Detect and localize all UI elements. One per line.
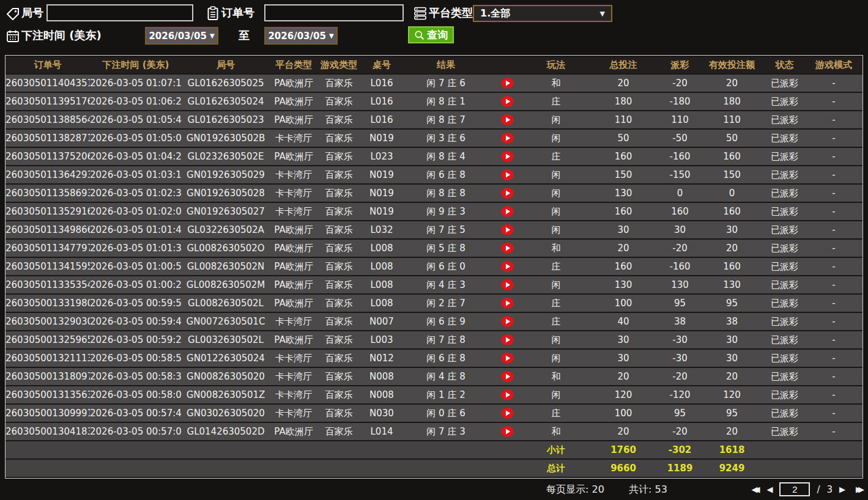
play-video-icon[interactable] — [500, 370, 514, 383]
play-video-icon[interactable] — [500, 114, 514, 126]
last-page-button[interactable]: ▶▶ — [852, 485, 861, 494]
cell-round-id: GL01626305025 — [182, 75, 270, 92]
cell-game-type: 百家乐 — [317, 350, 360, 367]
cell-order-id: 260305011349866 — [6, 221, 90, 238]
play-video-icon[interactable] — [500, 352, 514, 364]
cell-replay — [489, 258, 525, 275]
cell-status: 已派彩 — [764, 203, 805, 220]
cell-bet-time: 2026-03-05 01:04:21 — [90, 148, 182, 165]
cell-replay — [489, 313, 525, 330]
cell-total-bet: 20 — [587, 368, 660, 385]
first-page-button[interactable]: ◀◀ — [751, 485, 760, 494]
next-page-button[interactable]: ▶ — [839, 485, 845, 494]
col-game-mode: 游戏模式 — [805, 57, 862, 73]
date-from-picker[interactable]: 2026/03/05 ▼ — [145, 27, 218, 45]
cell-play-type: 和 — [525, 423, 587, 440]
cell-platform: 卡卡湾厅 — [270, 405, 317, 422]
cell-game-type: 百家乐 — [317, 386, 360, 403]
cell-play-type: 闲 — [525, 331, 587, 348]
cell-status: 已派彩 — [764, 368, 805, 385]
cell-play-type: 庄 — [525, 313, 587, 330]
cell-status: 已派彩 — [764, 405, 805, 422]
cell-order-id: 260305001304183 — [6, 423, 90, 440]
cell-game-type: 百家乐 — [317, 111, 360, 128]
col-total-bet: 总投注 — [587, 57, 660, 73]
cell-order-id: 260305011347797 — [6, 240, 90, 257]
play-video-icon[interactable] — [500, 77, 514, 89]
play-video-icon[interactable] — [500, 95, 514, 108]
play-video-icon[interactable] — [500, 260, 514, 273]
cell-payout: 95 — [660, 405, 700, 422]
play-video-icon[interactable] — [500, 224, 514, 236]
cell-order-id: 260305011335354 — [6, 276, 90, 293]
play-video-icon[interactable] — [500, 187, 514, 199]
cell-platform: PA欧洲厅 — [270, 221, 317, 238]
cell-replay — [489, 295, 525, 312]
play-video-icon[interactable] — [500, 132, 514, 144]
cell-bet-time: 2026-03-05 00:58:05 — [90, 386, 182, 403]
play-video-icon[interactable] — [500, 407, 514, 419]
cell-payout: 38 — [660, 313, 700, 330]
cell-payout: -20 — [660, 75, 700, 92]
cell-status: 已派彩 — [764, 386, 805, 403]
cell-bet-time: 2026-03-05 00:59:43 — [90, 313, 182, 330]
date-to-picker[interactable]: 2026/03/05 ▼ — [264, 27, 338, 45]
col-table-id: 桌号 — [360, 57, 403, 73]
cell-game-type: 百家乐 — [317, 166, 360, 183]
round-number-input[interactable] — [46, 4, 193, 21]
cell-play-type: 闲 — [525, 276, 587, 293]
play-video-icon[interactable] — [500, 297, 514, 309]
play-video-icon[interactable] — [500, 315, 514, 328]
play-video-icon[interactable] — [500, 169, 514, 181]
cell-game-type: 百家乐 — [317, 405, 360, 422]
cell-payout: -50 — [660, 130, 700, 147]
cell-replay — [489, 240, 525, 257]
cell-game-type: 百家乐 — [317, 276, 360, 293]
cell-result: 闲 0 庄 6 — [403, 405, 489, 422]
page-number-input[interactable] — [779, 482, 810, 496]
table-row: 260305001321113 2026-03-05 00:58:52 GN01… — [6, 350, 862, 367]
cell-total-bet: 20 — [587, 423, 660, 440]
cell-game-mode: - — [805, 295, 862, 312]
prev-page-button[interactable]: ◀ — [766, 485, 773, 494]
cell-table-id: L016 — [360, 93, 403, 110]
play-video-icon[interactable] — [500, 279, 514, 291]
play-video-icon[interactable] — [500, 205, 514, 218]
cell-replay — [489, 75, 525, 92]
play-video-icon[interactable] — [500, 389, 514, 401]
cell-replay — [489, 166, 525, 183]
cell-payout: -150 — [660, 166, 700, 183]
cell-result: 闲 9 庄 3 — [403, 203, 489, 220]
cell-table-id: N019 — [360, 130, 403, 147]
cell-bet-time: 2026-03-05 01:05:42 — [90, 111, 182, 128]
cell-replay — [489, 423, 525, 440]
platform-type-select[interactable]: 1.全部 ▼ — [473, 5, 612, 22]
order-number-input[interactable] — [264, 4, 404, 21]
cell-valid-bet: 50 — [700, 130, 764, 147]
cell-result: 闲 8 庄 7 — [403, 111, 489, 128]
cell-valid-bet: 160 — [700, 258, 764, 275]
cell-bet-time: 2026-03-05 00:59:24 — [90, 331, 182, 348]
cell-bet-time: 2026-03-05 00:57:43 — [90, 405, 182, 422]
cell-platform: 卡卡湾厅 — [270, 386, 317, 403]
cell-game-mode: - — [805, 185, 862, 202]
cell-total-bet: 150 — [587, 166, 660, 183]
cell-result: 闲 4 庄 8 — [403, 368, 489, 385]
cell-play-type: 闲 — [525, 166, 587, 183]
cell-status: 已派彩 — [764, 350, 805, 367]
search-button[interactable]: 查询 — [408, 26, 454, 43]
play-video-icon[interactable] — [500, 334, 514, 346]
cell-order-id: 260305011375206 — [6, 148, 90, 165]
cell-order-id: 260305011341595 — [6, 258, 90, 275]
table-row: 260305011395176 2026-03-05 01:06:20 GL01… — [6, 93, 862, 110]
cell-play-type: 庄 — [525, 295, 587, 312]
play-video-icon[interactable] — [500, 425, 514, 438]
cell-replay — [489, 130, 525, 147]
cell-status: 已派彩 — [764, 258, 805, 275]
cell-round-id: GN03026305020 — [182, 405, 270, 422]
play-video-icon[interactable] — [500, 150, 514, 163]
play-video-icon[interactable] — [500, 242, 514, 254]
cell-replay — [489, 276, 525, 293]
cell-result: 闲 7 庄 8 — [403, 331, 489, 348]
cell-valid-bet: 160 — [700, 148, 764, 165]
